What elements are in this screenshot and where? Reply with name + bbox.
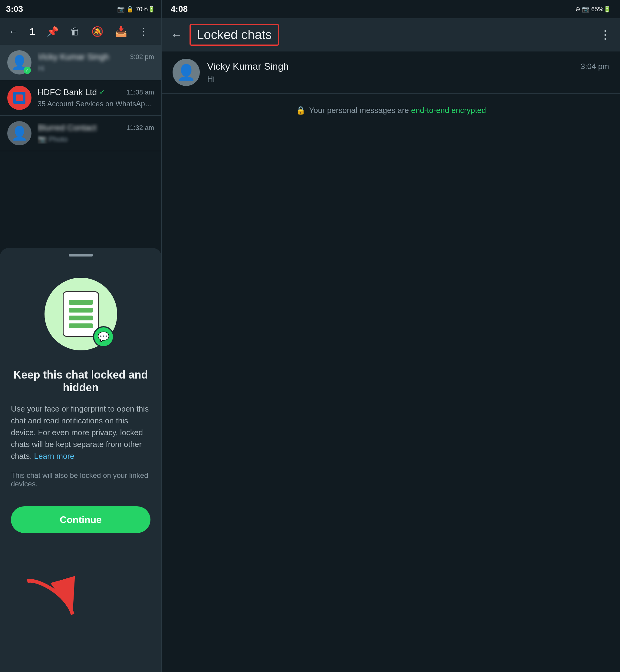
learn-more-link[interactable]: Learn more [34,451,74,461]
delete-icon[interactable]: 🗑 [70,26,80,37]
list-item[interactable]: 👤 Vicky Kumar Singh 3:04 pm Hi [162,51,620,94]
archive-icon[interactable]: 📥 [115,26,127,37]
sheet-body-text: Use your face or fingerprint to open thi… [11,404,149,461]
chat-header: HDFC Bank Ltd ✓ 11:38 am [38,88,154,97]
status-icons-right: ⊖ 📷 65%🔋 [575,5,611,13]
pin-icon[interactable]: 📌 [47,26,59,37]
chat-meta: Vicky Kumar Singh 3:02 pm Hi [38,52,154,73]
chat-name: HDFC Bank Ltd [38,88,97,97]
chat-name: Vicky Kumar Singh [207,61,289,72]
chat-bubble-badge: 💬 [93,326,114,347]
sheet-title: Keep this chat locked and hidden [11,369,150,394]
avatar: 👤 [7,121,32,145]
chat-bubble-icon: 💬 [98,331,110,342]
status-time-left: 3:03 [6,4,23,14]
status-bar-right: 4:08 ⊖ 📷 65%🔋 [162,0,620,18]
status-icons-left: 📷 🔒 70%🔋 [117,5,155,13]
verified-badge: ✓ [99,88,105,96]
arrow-annotation [18,575,85,624]
chat-meta: HDFC Bank Ltd ✓ 11:38 am 35 Account Serv… [38,88,154,108]
person-icon: 👤 [177,63,196,81]
sheet-illustration: 💬 [42,275,120,353]
chat-name: Vicky Kumar Singh [38,52,109,62]
hdfc-logo [13,92,25,104]
avatar: 👤 ✓ [7,50,32,75]
bottom-sheet: 💬 Keep this chat locked and hidden Use y… [0,248,161,672]
chat-time: 11:38 am [126,88,154,96]
illustration-circle: 💬 [45,278,117,350]
mute-icon[interactable]: 🔕 [92,26,104,37]
status-time-right: 4:08 [171,4,188,14]
left-panel: 3:03 📷 🔒 70%🔋 ← 1 📌 🗑 🔕 📥 ⋮ 👤 ✓ Vicky Ku… [0,0,162,672]
chat-preview: 35 Account Services on WhatsApp... [38,100,154,108]
chat-preview: Hi [207,75,609,84]
right-panel: 4:08 ⊖ 📷 65%🔋 ← Locked chats ⋮ 👤 Vicky K… [162,0,620,672]
doc-line [69,316,93,321]
enc-text-part: Your personal messages are [309,106,411,115]
back-button-right[interactable]: ← [171,29,182,42]
enc-link[interactable]: end-to-end encrypted [411,106,486,115]
doc-line [69,324,93,328]
list-item[interactable]: 👤 ✓ Vicky Kumar Singh 3:02 pm Hi [0,45,161,80]
continue-button[interactable]: Continue [11,506,150,533]
list-item[interactable]: HDFC Bank Ltd ✓ 11:38 am 35 Account Serv… [0,80,161,116]
hdfc-square [16,94,23,101]
sheet-notice: This chat will also be locked on your li… [11,471,150,488]
battery-icon-left: 📷 🔒 70%🔋 [117,5,155,13]
toolbar-right: ← Locked chats ⋮ [162,18,620,51]
avatar [7,86,32,110]
lock-icon: 🔒 [296,106,305,115]
continue-button-label: Continue [60,514,102,525]
toolbar-left: ← 1 📌 🗑 🔕 📥 ⋮ [0,18,161,45]
illustration-doc [63,291,99,337]
chat-preview: Hi [38,64,154,73]
encryption-text: Your personal messages are end-to-end en… [309,106,486,115]
verified-badge: ✓ [23,66,31,74]
sheet-body: Use your face or fingerprint to open thi… [11,403,150,462]
more-icon-left[interactable]: ⋮ [139,26,148,37]
locked-chats-title-box: Locked chats [190,24,279,46]
encryption-notice: 🔒 Your personal messages are end-to-end … [162,98,620,122]
locked-chats-title: Locked chats [197,28,272,42]
avatar: 👤 [172,59,200,86]
list-item[interactable]: 👤 Blurred Contact 11:32 am 📷 Photo [0,116,161,151]
selection-count: 1 [30,26,35,37]
chat-preview: 📷 Photo [38,135,154,144]
more-icon-right[interactable]: ⋮ [600,28,611,42]
chat-list-right: 👤 Vicky Kumar Singh 3:04 pm Hi [162,51,620,94]
chat-header: Vicky Kumar Singh 3:02 pm [38,52,154,62]
chat-meta: Vicky Kumar Singh 3:04 pm Hi [207,61,609,84]
battery-right: ⊖ 📷 65%🔋 [575,5,611,13]
back-button-left[interactable]: ← [8,26,18,37]
person-icon: 👤 [11,126,28,141]
chat-time: 3:04 pm [581,62,609,71]
doc-line [69,308,93,313]
chat-name: Blurred Contact [38,123,97,133]
doc-line [69,300,93,305]
sheet-handle [69,254,93,256]
chat-time: 3:02 pm [130,53,154,61]
chat-header: Blurred Contact 11:32 am [38,123,154,133]
chat-time: 11:32 am [126,124,154,132]
status-bar-left: 3:03 📷 🔒 70%🔋 [0,0,161,18]
chat-meta: Blurred Contact 11:32 am 📷 Photo [38,123,154,144]
chat-name-row: HDFC Bank Ltd ✓ [38,88,105,97]
chat-header: Vicky Kumar Singh 3:04 pm [207,61,609,72]
